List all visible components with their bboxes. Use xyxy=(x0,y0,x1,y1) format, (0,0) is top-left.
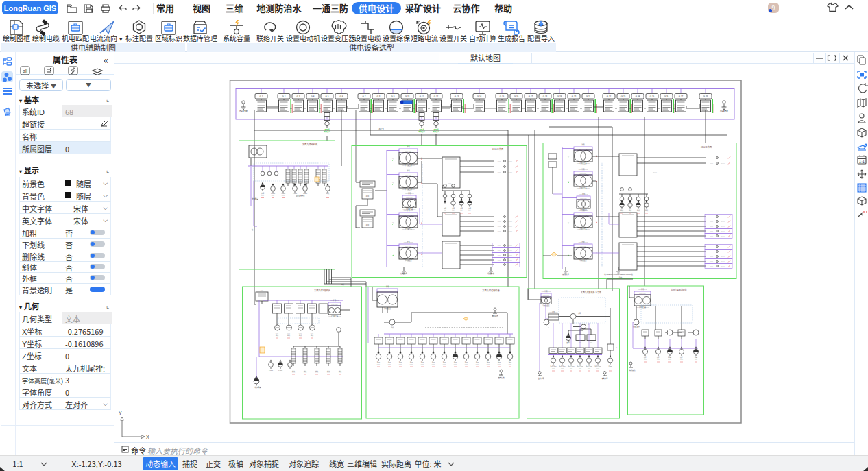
svg-text:###: ### xyxy=(452,210,455,212)
svg-text:all: all xyxy=(23,67,27,74)
svg-text:####: #### xyxy=(388,363,391,365)
svg-text:####: #### xyxy=(410,363,413,365)
svg-text:####: #### xyxy=(261,289,264,291)
svg-text:#### ####: #### #### xyxy=(580,197,587,200)
svg-text:#### ####: #### #### xyxy=(384,290,391,292)
svg-text:#### ####: #### #### xyxy=(405,150,412,152)
svg-text:G-6: G-6 xyxy=(340,95,343,98)
svg-text:煌石防炮装: 煌石防炮装 xyxy=(633,326,640,328)
svg-text:辅助水泵: 辅助水泵 xyxy=(602,377,609,380)
svg-text:风机: 风机 xyxy=(637,209,640,212)
svg-text:####: #### xyxy=(498,245,501,247)
svg-text:####: #### xyxy=(498,221,501,223)
svg-text:####: #### xyxy=(498,226,501,228)
svg-text:####: #### xyxy=(432,363,435,365)
svg-text:地面变电所: 地面变电所 xyxy=(239,110,248,112)
svg-text:####矿用####: ####矿用#### xyxy=(542,290,551,293)
svg-text:####: #### xyxy=(668,359,672,361)
svg-text:####: #### xyxy=(498,171,501,173)
svg-text:####: #### xyxy=(498,259,501,261)
svg-text:煤矿: 煤矿 xyxy=(644,356,647,359)
svg-text:###: ### xyxy=(460,210,463,212)
svg-text:5.5kW: 5.5kW xyxy=(269,370,273,372)
svg-text:##: ## xyxy=(596,220,598,222)
svg-text:####矿用变压器####: ####矿用变压器#### xyxy=(403,208,417,210)
svg-text:##: ## xyxy=(568,180,570,182)
svg-text:##: ## xyxy=(596,252,598,254)
svg-text:风机: 风机 xyxy=(276,334,279,337)
svg-text:#####: ##### xyxy=(508,259,512,261)
svg-text:绒选: 绒选 xyxy=(304,370,306,373)
svg-text:####: #### xyxy=(552,367,555,370)
svg-text:风机: 风机 xyxy=(299,334,302,337)
svg-text:G-3: G-3 xyxy=(297,95,300,98)
svg-text:#### ####: #### #### xyxy=(405,174,412,176)
svg-text:####: #### xyxy=(710,235,714,237)
svg-text:控制接地: 控制接地 xyxy=(498,376,505,379)
svg-text:主排水泵: 主排水泵 xyxy=(538,377,545,380)
svg-text:#####: ##### xyxy=(721,251,725,253)
svg-text:G-18: G-18 xyxy=(543,95,548,98)
svg-text:#####: ##### xyxy=(508,250,512,252)
svg-text:####矿用####: ####矿用#### xyxy=(383,285,392,288)
svg-text:紧急用电装置: 紧急用电装置 xyxy=(296,195,305,197)
svg-text:####矿用变压器####: ####矿用变压器#### xyxy=(402,228,415,230)
svg-text:####: #### xyxy=(454,363,457,365)
svg-text:#### ####: #### #### xyxy=(580,245,587,247)
svg-text:#####: ##### xyxy=(721,261,725,263)
svg-text:绒选: 绒选 xyxy=(315,370,318,373)
svg-text:####矿用####: ####矿用#### xyxy=(579,168,588,171)
svg-text:####矿用变压器####: ####矿用变压器#### xyxy=(577,228,590,230)
svg-text:#### ####: #### #### xyxy=(580,173,587,175)
svg-text:风机: 风机 xyxy=(391,326,394,329)
svg-text:##: ## xyxy=(568,156,570,158)
svg-text:#####: ##### xyxy=(721,221,725,223)
svg-text:水泵: 水泵 xyxy=(460,207,463,210)
svg-text:##: ## xyxy=(421,220,423,222)
svg-text:####: #### xyxy=(498,363,501,365)
svg-text:####: #### xyxy=(476,363,479,365)
svg-text:####: #### xyxy=(596,367,600,370)
svg-text:G-4: G-4 xyxy=(311,95,315,98)
svg-text:排水泵房: 排水泵房 xyxy=(254,386,261,389)
svg-text:G-12: G-12 xyxy=(434,95,439,98)
svg-text:地面变电所: 地面变电所 xyxy=(720,110,728,112)
svg-text:####: #### xyxy=(710,157,714,159)
svg-text:风机: 风机 xyxy=(645,209,649,212)
svg-text:##: ## xyxy=(421,180,423,182)
svg-text:运输巷道: 运输巷道 xyxy=(487,272,494,275)
svg-text:####: #### xyxy=(421,363,424,365)
svg-text:G-23: G-23 xyxy=(621,95,626,98)
svg-text:####矿用变压器####: ####矿用变压器#### xyxy=(540,304,553,307)
svg-text:G-27: G-27 xyxy=(679,95,684,98)
svg-text:太西九煤变电所-水泵房: 太西九煤变电所-水泵房 xyxy=(581,291,601,294)
svg-text:####: #### xyxy=(710,162,714,165)
svg-text:###: ### xyxy=(468,210,471,212)
svg-text:G-15: G-15 xyxy=(500,95,505,98)
svg-text:#####: ##### xyxy=(653,171,657,173)
svg-text:1:1: 1:1 xyxy=(859,158,865,165)
svg-text:风机: 风机 xyxy=(620,209,624,212)
svg-text:太西九煤5段机头: 太西九煤5段机头 xyxy=(314,289,331,292)
svg-text:#### ####: #### #### xyxy=(405,214,412,216)
svg-text:##: ## xyxy=(568,221,570,224)
svg-text:####: #### xyxy=(588,367,591,370)
svg-text:G-17: G-17 xyxy=(529,95,533,98)
svg-text:#####: ##### xyxy=(508,245,512,247)
svg-text:#### ####: #### #### xyxy=(543,295,550,297)
svg-text:####: #### xyxy=(710,256,714,258)
svg-text:水泵: 水泵 xyxy=(468,207,471,210)
svg-text:##: ## xyxy=(596,154,598,156)
svg-text:G-19: G-19 xyxy=(557,95,562,98)
svg-text:####矿用变压器####: ####矿用变压器#### xyxy=(402,164,415,167)
svg-text:高压缆: 高压缆 xyxy=(379,128,385,130)
svg-text:G-28: G-28 xyxy=(703,95,708,98)
svg-text:####矿用####: ####矿用#### xyxy=(579,241,588,243)
svg-text:####矿用变压器####: ####矿用变压器#### xyxy=(402,259,415,262)
svg-text:1.2kW: 1.2kW xyxy=(278,370,282,372)
svg-text:#### ####: #### #### xyxy=(405,245,412,247)
svg-text:G-24: G-24 xyxy=(636,95,640,98)
svg-text:G-22: G-22 xyxy=(607,95,612,98)
svg-text:水泵: 水泵 xyxy=(444,207,446,210)
svg-text:####矿用变压器####: ####矿用变压器#### xyxy=(328,315,342,317)
